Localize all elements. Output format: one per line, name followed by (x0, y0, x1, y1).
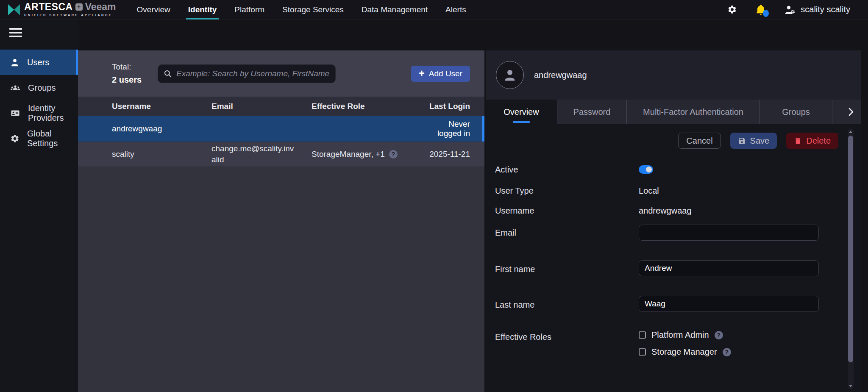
nav-tab-data-management[interactable]: Data Management (353, 0, 437, 19)
storage-manager-checkbox[interactable] (639, 348, 646, 356)
total-label: Total: (112, 62, 147, 72)
top-nav: ARTESCA + Veeam UNIFIED SOFTWARE APPLIAN… (0, 0, 868, 19)
platform-admin-checkbox[interactable] (639, 331, 646, 339)
veeam-plus-badge-icon: + (75, 3, 83, 11)
cell-username: scality (112, 150, 211, 159)
storage-manager-help-icon[interactable]: ? (723, 348, 731, 356)
search-input[interactable] (176, 69, 330, 78)
users-table-header: Username Email Effective Role Last Login (78, 97, 484, 116)
table-row-scality[interactable]: scality change.me@scality.invalid Storag… (78, 142, 484, 167)
user-gear-icon (785, 5, 796, 15)
save-floppy-icon (738, 137, 746, 145)
tab-password[interactable]: Password (557, 100, 626, 124)
user-detail-header: andrewgwaag (486, 50, 861, 100)
total-value: 2 users (112, 75, 147, 85)
cell-username: andrewgwaag (112, 124, 211, 133)
brand-text: ARTESCA + Veeam UNIFIED SOFTWARE APPLIAN… (24, 2, 116, 17)
cell-last-login: 2025-11-21 (428, 150, 470, 159)
sidebar-collapse-button[interactable] (9, 28, 22, 37)
column-header-last-login[interactable]: Last Login (428, 102, 470, 111)
user-icon (10, 58, 19, 67)
sidebar-item-groups[interactable]: Groups (0, 75, 78, 100)
gear-icon (10, 134, 19, 143)
notification-badge (763, 10, 769, 17)
user-detail-form: Cancel Save Delete Active User Type Loca… (486, 124, 861, 392)
cancel-label: Cancel (686, 136, 712, 146)
search-icon (164, 70, 172, 78)
table-row-andrewgwaag[interactable]: andrewgwaag Never logged in (78, 116, 484, 142)
brand-veeam: Veeam (85, 2, 116, 12)
sidebar: Users Groups Identity Providers Global S… (0, 19, 78, 392)
sidebar-item-label: Groups (28, 83, 56, 93)
cell-effective-role: StorageManager, +1 ? (312, 150, 428, 159)
save-button[interactable]: Save (730, 133, 777, 149)
avatar-person-icon (502, 67, 517, 83)
nav-tab-identity[interactable]: Identity (179, 0, 226, 19)
notifications-bell-icon[interactable] (756, 4, 766, 15)
delete-button[interactable]: Delete (786, 133, 838, 149)
scrollbar[interactable] (848, 128, 854, 389)
tab-groups[interactable]: Groups (760, 100, 832, 124)
platform-admin-help-icon[interactable]: ? (715, 331, 723, 339)
nav-tab-storage-services[interactable]: Storage Services (273, 0, 353, 19)
scroll-up-icon[interactable] (849, 131, 852, 133)
sidebar-item-global-settings[interactable]: Global Settings (0, 126, 78, 151)
user-search[interactable] (158, 64, 336, 83)
users-total: Total: 2 users (112, 62, 147, 85)
tab-multi-factor-authentication[interactable]: Multi-Factor Authentication (626, 100, 760, 124)
nav-tab-platform[interactable]: Platform (225, 0, 273, 19)
id-card-icon (10, 108, 20, 118)
column-header-email[interactable]: Email (211, 102, 312, 111)
email-label: Email (495, 228, 516, 237)
sidebar-item-label: Identity Providers (28, 103, 78, 123)
username-label: Username (495, 206, 534, 215)
nav-tab-alerts[interactable]: Alerts (437, 0, 475, 19)
sidebar-item-users[interactable]: Users (0, 50, 78, 75)
user-type-label: User Type (495, 186, 534, 195)
email-field[interactable] (639, 225, 819, 241)
sidebar-item-label: Global Settings (27, 129, 78, 148)
role-storage-manager: Storage Manager ? (639, 347, 731, 357)
active-toggle[interactable] (639, 165, 653, 174)
delete-label: Delete (806, 136, 831, 146)
first-name-field[interactable] (639, 260, 819, 276)
last-name-field[interactable] (639, 296, 819, 312)
main-nav: Overview Identity Platform Storage Servi… (128, 0, 475, 19)
username-value: andrewgwaag (639, 206, 692, 215)
scrollbar-thumb[interactable] (848, 136, 853, 362)
form-actions: Cancel Save Delete (678, 133, 838, 149)
role-help-icon[interactable]: ? (389, 150, 398, 158)
detail-title: andrewgwaag (534, 70, 587, 80)
save-label: Save (750, 136, 770, 146)
user-detail-panel: andrewgwaag Overview Password Multi-Fact… (486, 50, 861, 392)
avatar (496, 61, 524, 89)
brand-logo[interactable]: ARTESCA + Veeam UNIFIED SOFTWARE APPLIAN… (0, 2, 116, 17)
cancel-button[interactable]: Cancel (678, 133, 721, 149)
last-name-label: Last name (495, 300, 534, 309)
tabs-scroll-right-icon[interactable] (848, 107, 854, 117)
user-menu[interactable]: scality scality (785, 5, 850, 15)
sidebar-item-identity-providers[interactable]: Identity Providers (0, 100, 78, 126)
cell-last-login: Never logged in (428, 120, 470, 138)
brand-name: ARTESCA (24, 2, 73, 12)
scroll-down-icon[interactable] (849, 385, 852, 387)
column-header-username[interactable]: Username (112, 102, 211, 111)
nav-tab-overview[interactable]: Overview (128, 0, 179, 19)
role-platform-admin: Platform Admin ? (639, 330, 723, 340)
tab-overview[interactable]: Overview (486, 100, 557, 124)
add-user-button[interactable]: + Add User (411, 66, 470, 82)
effective-roles-label: Effective Roles (495, 332, 551, 342)
settings-gear-icon[interactable] (727, 5, 737, 14)
delete-trash-icon (794, 137, 802, 145)
user-menu-label: scality scality (801, 5, 850, 14)
role-label: Platform Admin (651, 330, 709, 340)
groups-icon (10, 83, 20, 92)
table-empty-area (78, 167, 484, 392)
tabs-overflow (832, 100, 861, 124)
column-header-effective-role[interactable]: Effective Role (312, 102, 428, 111)
page: ARTESCA + Veeam UNIFIED SOFTWARE APPLIAN… (0, 0, 868, 392)
user-type-value: Local (639, 186, 659, 195)
nav-right: scality scality (727, 4, 868, 15)
add-user-label: Add User (429, 69, 462, 78)
artesca-logo-icon (8, 4, 20, 15)
